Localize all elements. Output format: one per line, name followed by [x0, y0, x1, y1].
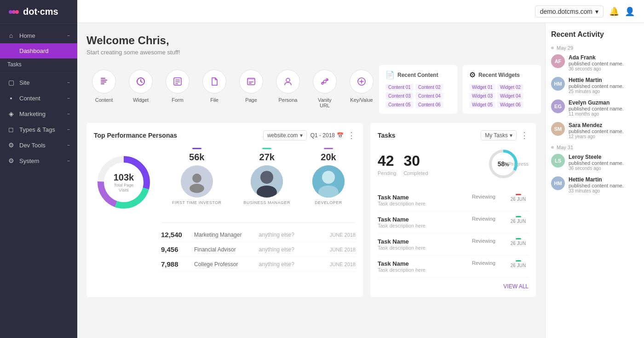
widget-link-03[interactable]: Widget 03 — [469, 93, 495, 99]
view-all-link[interactable]: VIEW ALL — [378, 283, 529, 290]
sidebar-item-site[interactable]: ▢ Site − — [0, 75, 77, 90]
svg-rect-13 — [247, 78, 255, 80]
table-row-3: 7,988 College Professor anything else? J… — [161, 257, 356, 272]
task-3-date-text: 26 JUN — [511, 241, 526, 246]
sara-name: Sara Mendez — [569, 122, 638, 128]
tasks-panel-title: Tasks — [378, 132, 396, 139]
sidebar-item-marketing[interactable]: ◈ Marketing − — [0, 106, 77, 122]
content-link-02[interactable]: Content 02 — [415, 84, 443, 91]
sidebar-item-content[interactable]: ▪ Content − — [0, 90, 77, 106]
tasks-filter-dropdown[interactable]: My Tasks ▾ — [481, 130, 517, 140]
task-3-date: 26 JUN — [508, 238, 529, 246]
notification-icon[interactable]: 🔔 — [609, 6, 619, 17]
quick-icon-content[interactable]: Content — [86, 65, 121, 113]
quick-icons-row: Content Widget Form File — [86, 65, 536, 114]
activity-date-may31: May 31 — [551, 145, 638, 150]
persona-more-icon[interactable]: ⋮ — [347, 130, 356, 140]
date-picker[interactable]: Q1 - 2018 📅 — [310, 132, 344, 139]
content-link-05[interactable]: Content 05 — [385, 101, 414, 108]
task-2-info: Task Name Task description here — [378, 216, 468, 228]
activity-hettie2: HM Hettie Martin published content name.… — [551, 176, 638, 193]
task-2-name: Task Name — [378, 216, 468, 223]
ada-name: Ada Frank — [569, 54, 638, 61]
persona-panel-header: Top Performance Personas website.com ▾ Q… — [94, 130, 356, 140]
evelyn-action: published content name. — [569, 106, 638, 111]
recent-content-header: 📄 Recent Content — [385, 70, 451, 79]
task-3-name: Task Name — [378, 238, 468, 245]
widget-link-06[interactable]: Widget 06 — [497, 101, 523, 108]
row2-extra: anything else? — [259, 246, 318, 253]
task-1-desc: Task description here — [378, 201, 468, 206]
widget-link-01[interactable]: Widget 01 — [469, 84, 495, 91]
task-3-indicator — [516, 238, 521, 239]
tasks-chevron-icon: ▾ — [510, 132, 512, 139]
home-arrow: − — [67, 33, 70, 38]
sidebar-item-home[interactable]: ⌂ Home − — [0, 28, 77, 43]
user-avatar-icon[interactable]: 👤 — [625, 6, 635, 17]
row2-role: Financial Advisor — [194, 246, 253, 253]
task-2-date-text: 26 JUN — [511, 219, 526, 224]
content-link-06[interactable]: Content 06 — [415, 101, 443, 108]
recent-activity-title: Recent Activity — [551, 30, 638, 39]
donut-area: 103k Total Page Visits 56k — [94, 148, 356, 272]
svg-point-24 — [192, 174, 201, 183]
website-dropdown[interactable]: website.com ▾ — [263, 130, 307, 140]
widget-link-05[interactable]: Widget 05 — [469, 101, 495, 108]
widget-link-02[interactable]: Widget 02 — [497, 84, 523, 91]
quick-icon-key-value[interactable]: Key/Value — [344, 65, 379, 113]
leroy-info: Leroy Steele published content name. 36 … — [569, 154, 638, 171]
sidebar-nav: ⌂ Home − Dashboard Tasks ▢ Site − ▪ C — [0, 24, 77, 338]
task-1-name: Task Name — [378, 194, 468, 201]
persona-col-bm: 27k BUSINESS MANAGER — [243, 148, 290, 205]
hettie2-time: 33 minutes ago — [569, 188, 638, 193]
system-icon: ⚙ — [7, 157, 15, 164]
recent-widgets-links: Widget 01 Widget 02 Widget 03 Widget 04 … — [469, 84, 535, 108]
sidebar-item-tasks[interactable]: Tasks — [0, 58, 77, 70]
quick-icon-form[interactable]: Form — [160, 65, 195, 113]
file-icon-label: File — [210, 97, 218, 103]
task-2-date: 26 JUN — [508, 216, 529, 224]
quick-icon-file[interactable]: File — [197, 65, 232, 113]
quick-icon-vanity-url[interactable]: Vanity URL — [307, 65, 342, 113]
sidebar-logo[interactable]: dot·cms — [0, 0, 77, 24]
quick-icon-page[interactable]: Page — [234, 65, 269, 113]
quick-icon-persona[interactable]: Persona — [270, 65, 305, 113]
sidebar-item-system[interactable]: ⚙ System − — [0, 153, 77, 169]
tasks-more-icon[interactable]: ⋮ — [520, 130, 529, 140]
fti-value: 56k — [189, 152, 204, 163]
task-4-date: 26 JUN — [508, 260, 529, 268]
content-link-04[interactable]: Content 04 — [415, 93, 443, 99]
row1-role: Marketing Manager — [194, 232, 253, 238]
row1-extra: anything else? — [259, 232, 318, 238]
persona-panel-controls: website.com ▾ Q1 - 2018 📅 ⋮ — [263, 130, 356, 140]
welcome-title: Welcome Chris, — [86, 34, 536, 47]
sidebar-item-dashboard[interactable]: Dashboard — [0, 43, 77, 58]
topbar: demo.dotcms.com ▾ 🔔 👤 — [77, 0, 644, 23]
svg-rect-5 — [101, 82, 106, 82]
ada-time: 36 seconds ago — [569, 66, 638, 71]
content-link-03[interactable]: Content 03 — [385, 93, 414, 99]
persona-table: 12,540 Marketing Manager anything else? … — [161, 222, 356, 272]
sara-time: 12 years ago — [569, 134, 638, 139]
evelyn-avatar: EG — [551, 99, 565, 113]
task-item-3: Task Name Task description here Reviewin… — [378, 233, 529, 256]
form-circle-icon — [166, 70, 190, 93]
persona-circle-icon — [276, 70, 300, 93]
page-circle-icon — [239, 70, 263, 93]
sidebar-item-dev-tools[interactable]: ⚙ Dev Tools − — [0, 137, 77, 153]
hettie2-avatar: HM — [551, 176, 565, 190]
quick-icon-widget[interactable]: Widget — [123, 65, 158, 113]
tasks-panel-controls: My Tasks ▾ ⋮ — [481, 130, 529, 140]
sidebar-item-types-tags[interactable]: ◻ Types & Tags − — [0, 122, 77, 137]
content-arrow: − — [67, 96, 70, 101]
marketing-icon: ◈ — [7, 110, 15, 117]
domain-selector[interactable]: demo.dotcms.com ▾ — [535, 6, 604, 17]
content-link-01[interactable]: Content 01 — [385, 84, 414, 91]
svg-rect-11 — [175, 83, 178, 84]
svg-rect-10 — [175, 82, 180, 82]
completed-stat: 30 Completed — [403, 152, 428, 176]
widget-link-04[interactable]: Widget 04 — [497, 93, 523, 99]
svg-point-16 — [286, 78, 290, 82]
devtools-icon: ⚙ — [7, 141, 15, 149]
task-2-desc: Task description here — [378, 223, 468, 228]
